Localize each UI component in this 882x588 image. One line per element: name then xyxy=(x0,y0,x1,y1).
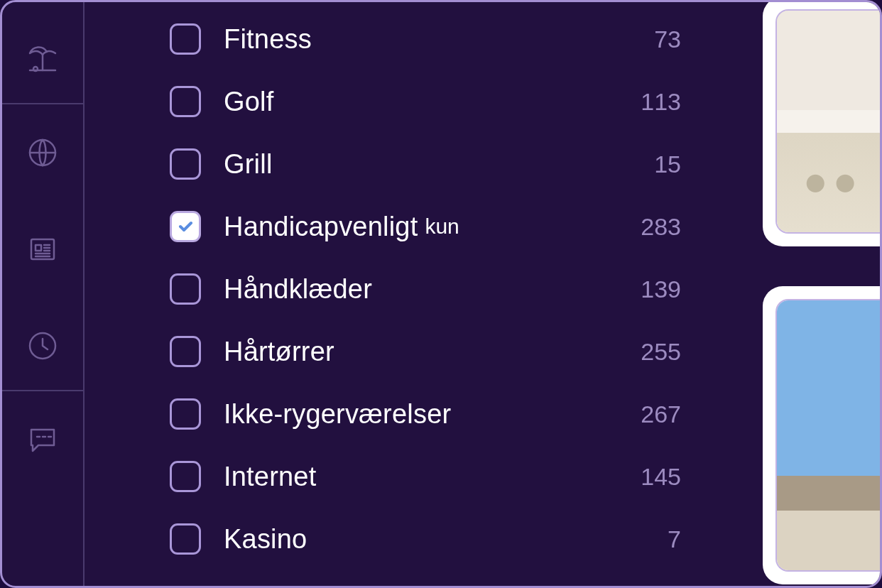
filter-label: Internet xyxy=(224,462,316,492)
filter-label: Håndklæder xyxy=(224,274,372,305)
sidebar xyxy=(2,2,85,586)
filter-handklaeder[interactable]: Håndklæder 139 xyxy=(170,273,681,305)
filter-label: Hårtørrer xyxy=(224,337,334,367)
checkbox[interactable] xyxy=(170,523,201,555)
filter-count: 145 xyxy=(641,463,681,491)
filter-panel: Fitness 73 Golf 113 Grill 15 Handicapven… xyxy=(85,2,745,586)
filter-fitness[interactable]: Fitness 73 xyxy=(170,23,681,55)
filter-count: 7 xyxy=(668,526,681,553)
filter-label: Golf xyxy=(224,87,274,117)
globe-icon[interactable] xyxy=(23,133,62,173)
filter-label: Grill xyxy=(224,149,273,180)
result-thumbnail xyxy=(775,299,882,572)
checkbox[interactable] xyxy=(170,398,201,430)
filter-count: 15 xyxy=(654,151,681,178)
filter-count: 267 xyxy=(641,401,681,428)
filter-golf[interactable]: Golf 113 xyxy=(170,86,681,117)
filter-count: 283 xyxy=(641,213,681,241)
sidebar-group-top xyxy=(2,39,83,79)
result-card[interactable] xyxy=(763,0,882,246)
app-window: Fitness 73 Golf 113 Grill 15 Handicapven… xyxy=(0,0,882,588)
filter-internet[interactable]: Internet 145 xyxy=(170,461,681,492)
filter-count: 139 xyxy=(641,276,681,303)
checkbox[interactable] xyxy=(170,461,201,492)
chat-icon[interactable] xyxy=(23,420,62,459)
clock-icon[interactable] xyxy=(23,326,62,366)
checkmark-icon xyxy=(177,218,194,235)
sidebar-group-mid xyxy=(2,133,83,366)
filter-count: 113 xyxy=(641,88,681,116)
filter-list: Fitness 73 Golf 113 Grill 15 Handicapven… xyxy=(170,23,731,555)
filter-label: Handicapvenligt xyxy=(224,212,418,242)
checkbox[interactable] xyxy=(170,336,201,367)
result-card[interactable] xyxy=(763,286,882,584)
filter-label: Fitness xyxy=(224,24,312,55)
checkbox-checked[interactable] xyxy=(170,211,201,242)
filter-kasino[interactable]: Kasino 7 xyxy=(170,523,681,555)
filter-count: 73 xyxy=(654,26,681,53)
filter-hartorrer[interactable]: Hårtørrer 255 xyxy=(170,336,681,367)
checkbox[interactable] xyxy=(170,148,201,180)
beach-icon[interactable] xyxy=(23,39,62,79)
svg-point-0 xyxy=(33,67,38,71)
checkbox[interactable] xyxy=(170,23,201,55)
filter-grill[interactable]: Grill 15 xyxy=(170,148,681,180)
checkbox[interactable] xyxy=(170,273,201,305)
checkbox[interactable] xyxy=(170,86,201,117)
result-thumbnail xyxy=(775,9,882,234)
hotel-room-image xyxy=(777,11,882,232)
filter-handicapvenligt[interactable]: Handicapvenligt kun 283 xyxy=(170,211,681,242)
sidebar-divider xyxy=(2,103,83,104)
filter-count: 255 xyxy=(641,338,681,366)
filter-label: Ikke-rygerværelser xyxy=(224,399,451,430)
filter-ikke-rygervaerelser[interactable]: Ikke-rygerværelser 267 xyxy=(170,398,681,430)
sidebar-group-bottom xyxy=(2,420,83,459)
preview-column xyxy=(745,2,880,586)
news-icon[interactable] xyxy=(23,229,62,269)
filter-suffix: kun xyxy=(425,214,459,239)
filter-label: Kasino xyxy=(224,524,307,555)
sidebar-divider-2 xyxy=(2,390,83,391)
landscape-image xyxy=(777,300,882,570)
